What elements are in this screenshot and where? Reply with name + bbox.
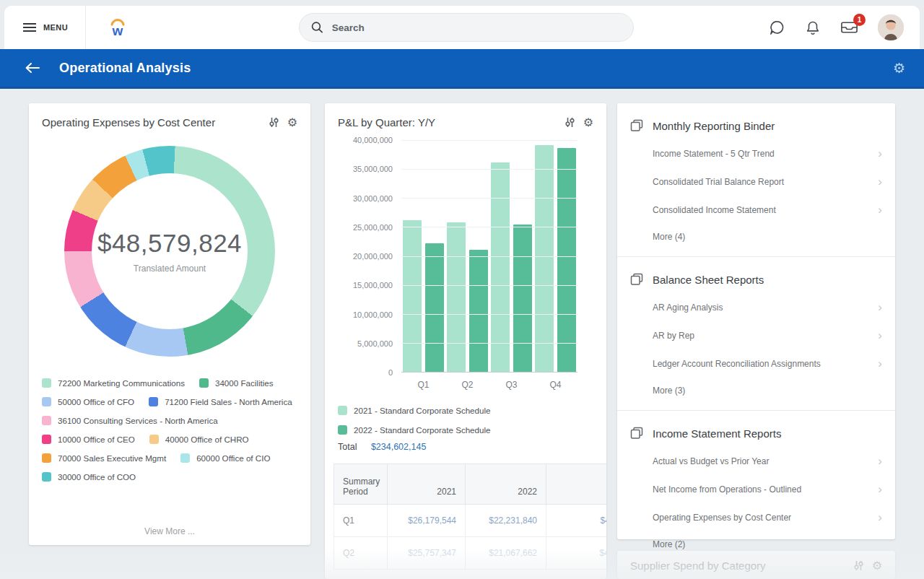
gear-icon[interactable]: ⚙ (287, 117, 297, 129)
bar[interactable] (557, 148, 576, 372)
report-link[interactable]: Consolidated Income Statement› (630, 196, 882, 224)
sliders-icon[interactable] (269, 117, 279, 128)
legend-row: 2021 - Standard Corporate Schedule (338, 406, 491, 415)
workday-logo[interactable]: w (108, 17, 128, 38)
workday-dashboard-window: MENU w (0, 0, 924, 579)
topbar-divider (85, 6, 86, 49)
binder-icon (630, 273, 643, 286)
report-link[interactable]: Actual vs Budget vs Prior Year› (630, 447, 882, 475)
y-tick-label: 25,000,000 (353, 223, 393, 232)
search-input[interactable] (332, 22, 622, 33)
pnl-card-header: P&L by Quarter: Y/Y ⚙ (325, 103, 606, 129)
bar[interactable] (447, 222, 466, 372)
color-swatch (42, 416, 51, 425)
binder-icon (630, 427, 643, 440)
notifications-button[interactable] (805, 19, 821, 36)
sliders-icon[interactable] (565, 117, 575, 128)
legend-item: 40000 Office of CHRO (149, 435, 249, 444)
color-swatch (42, 453, 51, 463)
y-tick-label: 15,000,000 (353, 281, 393, 290)
pnl-card: P&L by Quarter: Y/Y ⚙ 40,000,00035,000,0… (325, 103, 606, 579)
chevron-right-icon: › (878, 455, 882, 467)
chat-button[interactable] (769, 19, 785, 36)
donut-center: $48,579,824 Translated Amount (64, 146, 275, 357)
report-link[interactable]: Operating Expenses by Cost Center› (630, 503, 882, 531)
section-title: Income Statement Reports (653, 427, 781, 440)
bar[interactable] (513, 225, 532, 372)
menu-button[interactable]: MENU (4, 6, 85, 49)
donut-total-label: Translated Amount (134, 264, 206, 274)
banner-gear-icon[interactable]: ⚙ (893, 60, 905, 77)
report-link[interactable]: AR Aging Analysis› (630, 293, 882, 321)
gear-icon[interactable]: ⚙ (583, 117, 593, 129)
bar-chart-legend: 2021 - Standard Corporate Schedule2022 -… (338, 406, 491, 445)
reports-panel: Monthly Reporting BinderIncome Statement… (617, 103, 895, 564)
table-period-cell: Q1 (334, 505, 388, 537)
page-title: Operational Analysis (59, 61, 191, 76)
table-row: Q2$25,757,347$21,067,662$46,825,0 (334, 537, 607, 570)
color-swatch (338, 425, 347, 435)
color-swatch (42, 378, 51, 388)
opex-card-title: Operating Expenses by Cost Center (42, 116, 269, 129)
magnifier-icon (311, 21, 323, 34)
search-bar[interactable] (299, 13, 634, 42)
report-link[interactable]: Ledger Account Reconciliation Assignment… (630, 349, 882, 378)
bar[interactable] (535, 145, 554, 372)
bar[interactable] (491, 162, 510, 373)
legend-item: 30000 Office of COO (42, 472, 136, 482)
gridline (401, 169, 578, 170)
legend-label: 40000 Office of CHRO (165, 435, 249, 444)
y-tick-label: 35,000,000 (353, 165, 393, 173)
report-link[interactable]: Consolidated Trial Balance Report› (630, 167, 882, 196)
report-link[interactable]: Net Income from Operations - Outlined› (630, 475, 882, 503)
table-value-cell[interactable]: $26,179,544 (388, 505, 466, 537)
view-more-link[interactable]: View More ... (29, 526, 310, 536)
profile-avatar[interactable] (878, 14, 904, 40)
bar[interactable] (403, 220, 422, 372)
bar[interactable] (469, 250, 488, 372)
legend-item: 50000 Office of CFO (42, 397, 134, 406)
bar[interactable] (425, 243, 444, 372)
inbox-badge: 1 (853, 14, 866, 26)
table-value-cell[interactable]: $25,757,347 (388, 537, 466, 570)
gridline (401, 140, 578, 141)
report-link[interactable]: AR by Rep› (630, 321, 882, 349)
gear-icon[interactable]: ⚙ (872, 560, 882, 572)
table-value-cell[interactable]: $46,825,0 (546, 537, 607, 570)
back-button[interactable] (25, 62, 40, 74)
color-swatch (180, 453, 190, 463)
more-link[interactable]: More (3) (630, 378, 882, 404)
inbox-button[interactable]: 1 (840, 19, 858, 35)
gridline (401, 314, 578, 315)
y-tick-label: 10,000,000 (353, 310, 393, 319)
legend-label: 70000 Sales Executive Mgmt (58, 453, 166, 463)
legend-label: 30000 Office of COO (58, 472, 136, 482)
legend-row: 72200 Marketing Communications34000 Faci… (42, 378, 297, 388)
report-link-label: Operating Expenses by Cost Center (653, 513, 878, 523)
table-header-row: Summary Period20212022 (334, 464, 607, 505)
table-value-cell[interactable]: $48,411,3 (546, 505, 607, 537)
section-title: Balance Sheet Reports (653, 274, 764, 286)
page-header-banner: Operational Analysis ⚙ (0, 49, 924, 89)
report-section: Balance Sheet ReportsAR Aging Analysis›A… (617, 257, 895, 410)
donut-chart-wrap: $48,579,824 Translated Amount (64, 146, 275, 357)
table-value-cell[interactable]: $22,231,840 (466, 505, 546, 537)
table-value-cell[interactable]: $21,067,662 (466, 537, 546, 570)
y-tick-label: 5,000,000 (357, 339, 393, 348)
hamburger-icon (23, 22, 36, 32)
gridline (401, 227, 578, 227)
legend-item: 72200 Marketing Communications (42, 378, 185, 388)
report-section: Monthly Reporting BinderIncome Statement… (617, 103, 895, 256)
sliders-icon[interactable] (853, 560, 864, 571)
y-axis: 40,000,00035,000,00030,000,00025,000,000… (338, 140, 393, 373)
report-link[interactable]: Income Statement - 5 Qtr Trend› (630, 139, 882, 167)
report-section: Income Statement ReportsActual vs Budget… (617, 411, 895, 564)
report-link-label: Consolidated Income Statement (653, 205, 878, 215)
bar-plot (401, 140, 578, 373)
binder-icon (630, 119, 643, 132)
opex-legend: 72200 Marketing Communications34000 Faci… (29, 357, 310, 482)
gridline (401, 198, 578, 199)
legend-item: 10000 Office of CEO (42, 435, 135, 444)
more-link[interactable]: More (4) (630, 224, 882, 251)
chevron-right-icon: › (878, 301, 882, 313)
